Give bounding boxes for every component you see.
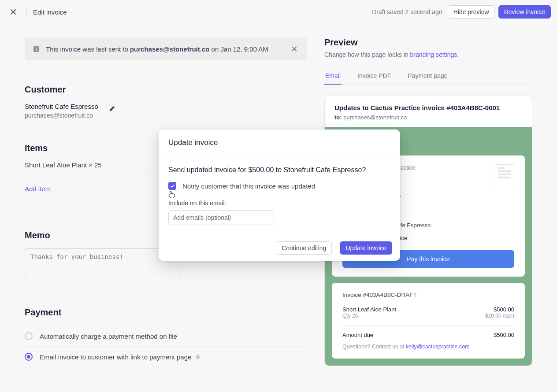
- memo-input[interactable]: [25, 248, 181, 279]
- branding-settings-link[interactable]: branding settings.: [410, 51, 459, 58]
- page-title: Edit invoice: [33, 8, 67, 16]
- draft-status: Draft saved 2 second ago: [372, 8, 442, 15]
- amount-due-value: $500.00: [494, 332, 514, 338]
- banner-dismiss-icon[interactable]: [289, 44, 300, 54]
- contact-email-link[interactable]: kelly@cactuspractice.com: [406, 344, 470, 350]
- tab-email[interactable]: Email: [324, 68, 342, 85]
- include-emails-input[interactable]: [168, 210, 274, 225]
- svg-point-3: [197, 356, 199, 358]
- update-invoice-dialog: Update invoice Send updated invoice for …: [159, 129, 400, 261]
- summary-item-total: $500.00: [485, 306, 514, 313]
- tab-payment-page[interactable]: Payment page: [407, 68, 448, 85]
- include-emails-label: Include on this email:: [168, 200, 390, 207]
- banner-text-prefix: This invoice was last sent to: [46, 45, 130, 53]
- svg-rect-2: [36, 47, 37, 48]
- hide-preview-button[interactable]: Hide preview: [448, 5, 495, 18]
- continue-editing-button[interactable]: Continue editing: [276, 241, 332, 255]
- topbar: Edit invoice Draft saved 2 second ago Hi…: [0, 0, 557, 24]
- summary-item-qty: Qty 25: [342, 313, 396, 319]
- edit-customer-icon[interactable]: [109, 105, 115, 112]
- close-icon[interactable]: [6, 5, 20, 19]
- radio-unselected-icon: [25, 332, 33, 340]
- radio-selected-icon: [25, 353, 33, 361]
- banner-email: purchases@stonefruit.co: [130, 45, 210, 53]
- info-icon: [32, 44, 41, 53]
- notify-customer-label: Notify customer that this invoice was up…: [182, 182, 315, 190]
- email-to-address: purchases@stonefruit.co: [343, 114, 407, 121]
- customer-email: purchases@stonefruit.co: [25, 112, 98, 119]
- customer-name: Stonefruit Cafe Espresso: [25, 103, 98, 110]
- checkbox-checked-icon: [168, 182, 176, 190]
- add-item-link[interactable]: Add item: [25, 185, 51, 192]
- tab-invoice-pdf[interactable]: Invoice PDF: [356, 68, 392, 85]
- review-invoice-button[interactable]: Review invoice: [498, 5, 551, 18]
- summary-item-name: Short Leaf Aloe Plant: [342, 306, 396, 313]
- payment-option-auto[interactable]: Automatically charge a payment method on…: [25, 325, 307, 346]
- email-to-label: to:: [334, 114, 342, 121]
- payment-option-email-label: Email invoice to customer with link to p…: [40, 353, 191, 361]
- payment-heading: Payment: [25, 307, 307, 318]
- preview-tabs: Email Invoice PDF Payment page: [324, 68, 532, 85]
- dialog-title: Update invoice: [159, 129, 400, 156]
- gear-icon[interactable]: [195, 354, 201, 360]
- preview-heading: Preview: [324, 37, 532, 48]
- update-invoice-button[interactable]: Update invoice: [340, 241, 392, 255]
- svg-rect-1: [36, 48, 37, 51]
- customer-heading: Customer: [25, 85, 307, 95]
- notify-customer-row[interactable]: Notify customer that this invoice was up…: [168, 182, 390, 190]
- preview-subtext: Change how this page looks in: [324, 51, 410, 58]
- contact-text: Questions? Contact us at: [342, 344, 406, 350]
- payment-option-auto-label: Automatically charge a payment method on…: [40, 333, 177, 340]
- cursor-pointer-icon: [168, 190, 175, 198]
- topbar-divider: [26, 7, 27, 17]
- last-sent-banner: This invoice was last sent to purchases@…: [25, 37, 307, 60]
- payment-option-email[interactable]: Email invoice to customer with link to p…: [25, 346, 307, 367]
- summary-item-each: $20.00 each: [485, 313, 514, 319]
- email-subject: Updates to Cactus Practice invoice #403A…: [325, 96, 532, 114]
- summary-title: Invoice #403A4B8C-DRAFT: [342, 292, 514, 298]
- amount-due-label: Amount due: [342, 332, 373, 338]
- banner-text-suffix: on Jan 12, 9:00 AM: [209, 45, 268, 53]
- dialog-question: Send updated invoice for $500.00 to Ston…: [168, 166, 390, 174]
- document-icon: [495, 164, 514, 187]
